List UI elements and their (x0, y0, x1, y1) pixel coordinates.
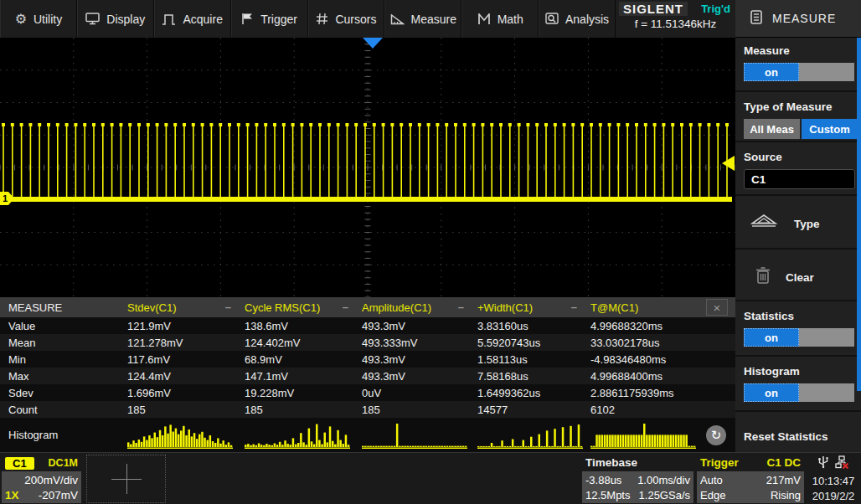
column-header-label: T@M(C1) (590, 301, 638, 314)
table-row-max: Max124.4mV147.1mV493.3mV7.58168us4.99688… (0, 368, 735, 384)
column-header-label: Cycle RMS(C1) (245, 301, 320, 314)
column-header-4[interactable]: +Width(C1)– (477, 301, 590, 314)
list-icon (750, 10, 762, 28)
reset-statistics-button[interactable]: Reset Statistics (744, 430, 828, 443)
siglent-logo: SIGLENT (619, 2, 688, 16)
histogram-toggle[interactable]: on (744, 383, 854, 402)
table-cell: 121.9mV (127, 320, 245, 332)
sidebar-scrollbar[interactable] (857, 38, 861, 391)
brand-block: SIGLENT Trig'd f = 11.51346kHz (616, 0, 735, 38)
oscilloscope-screen: ⚙UtilityDisplayAcquireTriggerCursorsMeas… (0, 0, 861, 504)
type-button[interactable]: Type (744, 204, 861, 243)
menu-item-acquire[interactable]: Acquire (154, 0, 231, 38)
table-cell: 6102 (590, 404, 706, 416)
menu-item-trigger[interactable]: Trigger (231, 0, 308, 38)
channel1-badge[interactable]: C1 (5, 457, 34, 470)
refresh-statistics-icon[interactable]: ↻ (706, 425, 726, 445)
menu-item-label: Display (106, 13, 145, 26)
cursors-icon (316, 13, 328, 25)
clear-button-label: Clear (786, 271, 814, 284)
statistics-toggle-off[interactable] (799, 328, 854, 347)
histogram-toggle-off[interactable] (799, 383, 854, 402)
measure-toggle-label: Measure (744, 44, 861, 57)
row-label: Sdev (0, 387, 127, 399)
sidebar-title: MEASURE (772, 12, 836, 25)
measure-toggle-on[interactable]: on (744, 63, 799, 81)
flag-icon (241, 13, 254, 25)
row-label: Value (0, 320, 127, 332)
trash-icon (755, 266, 771, 288)
table-cell: 493.333mV (362, 337, 477, 349)
menu-item-measure[interactable]: Measure (384, 0, 461, 38)
column-header-2[interactable]: Cycle RMS(C1)– (245, 301, 362, 314)
table-cell: 7.58168us (477, 370, 590, 383)
measure-toggle[interactable]: on (744, 63, 854, 81)
table-cell: 493.3mV (362, 370, 477, 383)
menu-item-cursors[interactable]: Cursors (308, 0, 385, 38)
table-cell: 493.3mV (362, 320, 477, 332)
table-cell: 1.58113us (477, 353, 590, 366)
table-cell: 147.1mV (245, 370, 362, 383)
channel1-descriptor[interactable]: C1 DC1M 200mV/div 1X-207mV (2, 455, 81, 503)
column-header-3[interactable]: Amplitude(C1)– (362, 301, 477, 314)
menu-item-math[interactable]: Math (461, 0, 539, 38)
trigger-source: C1 DC (766, 456, 801, 469)
all-meas-button[interactable]: All Meas (744, 119, 800, 139)
trigger-type: Edge (700, 489, 725, 501)
custom-button[interactable]: Custom (802, 119, 858, 139)
table-cell: 19.228mV (245, 387, 362, 399)
menu-item-label: Utility (34, 13, 62, 26)
row-label: Max (0, 370, 127, 383)
menu-item-analysis[interactable]: Analysis (539, 0, 616, 38)
statistics-toggle-on[interactable]: on (744, 328, 799, 347)
waveform-display[interactable]: 1 (0, 38, 735, 297)
mini-histogram-2 (245, 421, 362, 450)
trigger-title: Trigger (700, 456, 739, 469)
collapse-column-icon[interactable]: – (225, 305, 231, 310)
collapse-column-icon[interactable]: – (458, 305, 464, 310)
mini-histogram-3 (362, 421, 477, 450)
table-cell: 33.0302178us (590, 337, 706, 349)
timebase-rate: 1.25GSa/s (639, 489, 690, 501)
table-cell: 185 (127, 404, 245, 416)
collapse-column-icon[interactable]: – (571, 305, 577, 310)
row-label: Min (0, 353, 127, 366)
histogram-toggle-on[interactable]: on (744, 383, 799, 402)
close-table-button[interactable]: × (706, 299, 728, 316)
collapse-column-icon[interactable]: – (343, 305, 348, 310)
measure-toggle-off[interactable] (799, 63, 854, 81)
menu-item-label: Trigger (260, 13, 297, 26)
usb-icon (818, 455, 828, 472)
trigger-descriptor[interactable]: TriggerC1 DC Auto217mV EdgeRising (697, 455, 804, 503)
column-header-label: +Width(C1) (477, 301, 533, 314)
table-row-value: Value121.9mV138.6mV493.3mV3.83160us4.996… (0, 317, 735, 334)
table-cell: 68.9mV (245, 353, 362, 366)
row-label: Mean (0, 337, 127, 349)
channel1-offset: -207mV (39, 489, 78, 501)
table-cell: 493.3mV (362, 353, 477, 366)
table-row-min: Min117.6mV68.9mV493.3mV1.58113us-4.98346… (0, 351, 735, 368)
clear-button[interactable]: Clear (744, 258, 861, 296)
timebase-points: 12.5Mpts (585, 489, 630, 501)
add-channel-box[interactable] (86, 455, 166, 503)
channel1-scale: 200mV/div (24, 474, 78, 486)
column-header-1[interactable]: Stdev(C1)– (127, 301, 245, 314)
menu-item-display[interactable]: Display (77, 0, 154, 38)
source-select[interactable]: C1 (744, 169, 855, 189)
acquire-icon (162, 13, 176, 25)
table-cell: 117.6mV (127, 353, 245, 366)
menu-item-label: Measure (411, 13, 456, 26)
table-cell: 0uV (362, 387, 477, 399)
menu-item-label: Math (498, 13, 523, 26)
type-of-measure-label: Type of Measure (744, 100, 861, 113)
table-cell: 14577 (477, 404, 590, 416)
timebase-descriptor[interactable]: Timebase -3.88us1.00ms/div 12.5Mpts1.25G… (582, 455, 693, 503)
clock-date: 2019/2/2 (812, 490, 855, 502)
channel1-probe: 1X (5, 489, 19, 501)
table-cell: 1.6499362us (477, 387, 590, 399)
statistics-toggle[interactable]: on (744, 328, 854, 347)
menu-item-utility[interactable]: ⚙Utility (0, 0, 77, 38)
timebase-scale: 1.00ms/div (637, 474, 690, 486)
column-header-5[interactable]: T@M(C1) (590, 301, 706, 314)
column-header-label: Amplitude(C1) (362, 301, 431, 314)
